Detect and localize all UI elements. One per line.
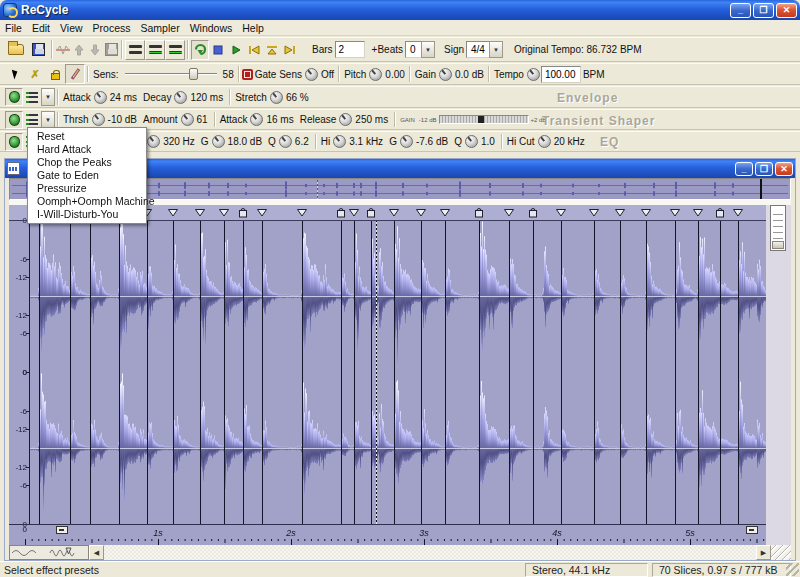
bars-input[interactable]: 2: [335, 41, 365, 58]
ts-thrsh-knob[interactable]: [92, 113, 105, 126]
pencil-tool-button[interactable]: [65, 64, 85, 84]
stop-button[interactable]: [209, 40, 227, 60]
loop-marker-button[interactable]: [263, 40, 281, 60]
sens-slider[interactable]: [125, 67, 217, 81]
eq-hicut-label: Hi Cut: [507, 136, 535, 147]
ts-release-label: Release: [300, 114, 337, 125]
zoom-widget[interactable]: [9, 545, 89, 560]
doc-close-button[interactable]: ✕: [775, 162, 793, 176]
ts-amount-knob[interactable]: [181, 113, 194, 126]
ts-release-knob[interactable]: [339, 113, 352, 126]
export-icon: [105, 43, 118, 56]
eq-power-button[interactable]: [5, 133, 23, 151]
preview-icon: [56, 44, 70, 56]
doc-restore-button[interactable]: ❐: [755, 162, 773, 176]
restore-button[interactable]: ❐: [753, 3, 774, 18]
menu-sampler[interactable]: Sampler: [136, 21, 185, 35]
view-stretch-button[interactable]: [165, 40, 185, 60]
save-button[interactable]: [27, 40, 49, 60]
sign-dropdown[interactable]: 4/4▼: [466, 41, 503, 58]
resize-grip[interactable]: [786, 563, 799, 576]
gain-knob[interactable]: [439, 68, 452, 81]
menu-process[interactable]: Process: [88, 21, 136, 35]
status-format: Stereo, 44.1 kHz: [525, 563, 648, 577]
envelope-decay-knob[interactable]: [174, 91, 187, 104]
preset-menu-item[interactable]: I-Will-Disturb-You: [28, 208, 146, 221]
doc-resize-grip[interactable]: [771, 545, 791, 560]
eq-hicut-knob[interactable]: [538, 135, 551, 148]
eq-hi-q-knob[interactable]: [465, 135, 478, 148]
ts-attack-knob[interactable]: [250, 113, 263, 126]
tempo-label: Tempo: [494, 69, 524, 80]
eq-hi-freq-label: Hi: [321, 136, 330, 147]
vertical-zoom-handle[interactable]: [772, 241, 784, 249]
arrow-tool-icon: [11, 69, 18, 80]
waveform-display[interactable]: [9, 205, 766, 545]
view-slices-button[interactable]: [145, 40, 165, 60]
envelope-attack-knob[interactable]: [94, 91, 107, 104]
loop-play-button[interactable]: [191, 40, 209, 60]
preset-menu-item[interactable]: Chop the Peaks: [28, 156, 146, 169]
menu-bar: FileEditViewProcessSamplerWindowsHelp: [0, 20, 800, 36]
pitch-knob[interactable]: [369, 68, 382, 81]
envelope-power-button[interactable]: [5, 88, 23, 106]
go-to-start-icon: [248, 45, 260, 55]
doc-minimize-button[interactable]: _: [735, 162, 753, 176]
open-button[interactable]: [5, 40, 27, 60]
vertical-zoom-widget[interactable]: [770, 205, 786, 251]
scroll-right-button[interactable]: ▶: [756, 545, 771, 560]
go-to-start-button[interactable]: [245, 40, 263, 60]
menu-view[interactable]: View: [55, 21, 88, 35]
preset-menu-item[interactable]: Hard Attack: [28, 143, 146, 156]
play-button[interactable]: [227, 40, 245, 60]
beats-dropdown[interactable]: 0▼: [405, 41, 435, 58]
scroll-left-button[interactable]: ◀: [89, 545, 104, 560]
gain-label: Gain: [415, 69, 436, 80]
transient-shaper-preset-dropdown[interactable]: ▼: [41, 111, 55, 129]
eq-lo-q-knob[interactable]: [279, 135, 292, 148]
minimize-button[interactable]: _: [730, 3, 751, 18]
eq-lo-gain-knob[interactable]: [212, 135, 225, 148]
envelope-stretch-knob[interactable]: [270, 91, 283, 104]
lock-tool-button[interactable]: [45, 64, 65, 84]
eq-lo-gain-value: 18.0 dB: [228, 136, 262, 147]
go-to-end-button[interactable]: [281, 40, 299, 60]
loop-marker-icon: [266, 45, 278, 55]
view-mode-slices-icon: [149, 44, 162, 55]
envelope-preset-dropdown[interactable]: ▼: [41, 88, 55, 106]
preview-button[interactable]: [55, 40, 71, 60]
menu-edit[interactable]: Edit: [27, 21, 55, 35]
mute-tool-button[interactable]: ✗: [25, 64, 45, 84]
view-normal-button[interactable]: [125, 40, 145, 60]
transient-shaper-power-button[interactable]: [5, 111, 23, 129]
close-button[interactable]: ✕: [776, 3, 797, 18]
scroll-track[interactable]: [104, 545, 756, 560]
arrow-tool-button[interactable]: [5, 64, 25, 84]
dropdown-arrow-icon: ▼: [421, 41, 435, 58]
menu-windows[interactable]: Windows: [185, 21, 238, 35]
transmit-button[interactable]: [71, 40, 87, 60]
envelope-title: Envelope: [557, 91, 618, 105]
envelope-preset-button[interactable]: [23, 88, 41, 106]
tempo-knob[interactable]: [527, 68, 540, 81]
preset-menu-item[interactable]: Pressurize: [28, 182, 146, 195]
gate-sens-knob[interactable]: [305, 68, 318, 81]
go-to-end-icon: [284, 45, 296, 55]
preset-menu-item[interactable]: Reset: [28, 130, 146, 143]
eq-hi-freq-knob[interactable]: [333, 135, 346, 148]
tempo-input[interactable]: 100.00: [541, 66, 581, 83]
zoom-waveform-icon: [10, 546, 88, 559]
play-icon: [231, 45, 241, 55]
menu-file[interactable]: File: [0, 21, 27, 35]
eq-hi-gain-value: -7.6 dB: [416, 136, 448, 147]
transient-shaper-preset-button[interactable]: [23, 111, 41, 129]
preset-menu-item[interactable]: Gate to Eden: [28, 169, 146, 182]
receive-button[interactable]: [87, 40, 103, 60]
eq-lo-freq-knob[interactable]: [147, 135, 160, 148]
eq-hi-gain-knob[interactable]: [400, 135, 413, 148]
export-button[interactable]: [103, 40, 119, 60]
menu-help[interactable]: Help: [237, 21, 269, 35]
preset-menu-item[interactable]: Oomph+Oomph Machine: [28, 195, 146, 208]
eq-power-icon: [9, 136, 20, 148]
ts-amount-label: Amount: [143, 114, 177, 125]
